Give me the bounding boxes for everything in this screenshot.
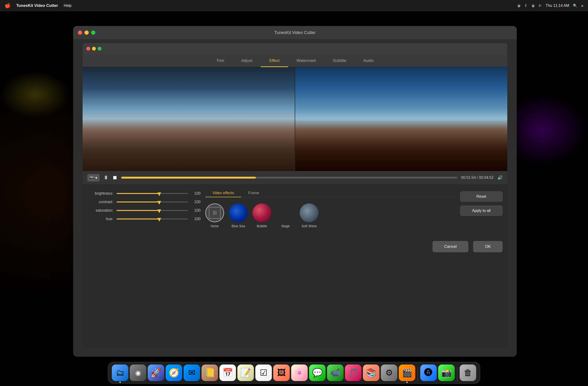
menubar-left: 🍎 TunesKit Video Cutter Help	[5, 3, 71, 8]
dock-facetime[interactable]: 📹	[327, 364, 344, 381]
appstore-icon: 🅐	[424, 368, 433, 378]
menubar-time: Thu 11:14 AM	[546, 3, 569, 8]
menubar-icon-2[interactable]: ⇧	[524, 3, 527, 8]
menubar-help[interactable]: Help	[64, 3, 71, 8]
tabs-bar: Trim Adjust Effect Watermark Subtitle Au…	[83, 54, 507, 67]
progress-bar[interactable]	[121, 177, 457, 179]
apple-menu[interactable]: 🍎	[5, 3, 11, 8]
preview-area	[83, 67, 507, 171]
effect-item-none[interactable]: ⊞ None	[205, 204, 224, 228]
effect-item-stage[interactable]: Stage	[276, 204, 295, 228]
inner-maximize-button[interactable]	[98, 47, 102, 50]
music-icon: 🎵	[348, 368, 359, 378]
stop-button[interactable]: ⏹	[112, 175, 118, 181]
tab-adjust[interactable]: Adjust	[233, 54, 261, 67]
effect-none-inner: ⊞	[209, 207, 221, 219]
hue-value: 100	[191, 217, 201, 221]
effects-panel: Video effects Frame ⊞ None	[205, 189, 455, 231]
dock-mail[interactable]: ✉	[184, 364, 200, 381]
menubar-app-name[interactable]: TunesKit Video Cutter	[16, 3, 58, 8]
window-maximize-button[interactable]	[91, 30, 95, 35]
dock-notes[interactable]: 📝	[237, 364, 254, 381]
dock-messages[interactable]: 💬	[309, 364, 326, 381]
tab-audio[interactable]: Audio	[355, 54, 382, 67]
tab-frame[interactable]: Frame	[241, 189, 266, 197]
playback-bar: 📷 ▾ ⏸ ⏹ 00:01:54 / 00:04:52 🔊	[83, 171, 507, 184]
dock-system-prefs[interactable]: ⚙	[381, 364, 397, 381]
contrast-row: contrast: 100	[87, 200, 201, 204]
menubar: 🍎 TunesKit Video Cutter Help 🖥 ⇧ 🖥 🏳 Thu…	[0, 0, 588, 11]
contrast-label: contrast:	[87, 200, 113, 204]
contrast-value: 100	[191, 200, 201, 204]
dock-calendar[interactable]: 📅	[219, 364, 236, 381]
apply-to-all-button[interactable]: Apply to all	[460, 205, 503, 216]
window-close-button[interactable]	[78, 30, 82, 35]
contrast-slider[interactable]	[117, 202, 188, 203]
dock-appstore[interactable]: 🅐	[420, 364, 437, 381]
dock-photos[interactable]: 🌸	[291, 364, 308, 381]
saturation-slider[interactable]	[117, 210, 188, 211]
dock-books[interactable]: 📚	[363, 364, 379, 381]
effect-label-soft-shine: Soft Shine	[302, 224, 317, 228]
dock-contacts[interactable]: 📒	[202, 364, 218, 381]
dock-tuneskit[interactable]: 🎬	[399, 364, 415, 381]
brightness-row: brightness: 100	[87, 191, 201, 196]
volume-icon[interactable]: 🔊	[497, 175, 503, 180]
dock-music[interactable]: 🎵	[345, 364, 361, 381]
tab-video-effects[interactable]: Video effects	[205, 189, 241, 197]
prefs-icon: ⚙	[385, 368, 393, 378]
siri-icon: ◉	[135, 369, 141, 377]
reset-button[interactable]: Reset	[460, 191, 503, 202]
finder-icon: 🗂	[116, 368, 124, 378]
effect-label-none: None	[211, 224, 218, 228]
calendar-icon: 📅	[223, 368, 233, 378]
hue-row: hue: 100	[87, 217, 201, 221]
saturation-label: saturation:	[87, 208, 113, 213]
window-minimize-button[interactable]	[84, 30, 89, 35]
cancel-button[interactable]: Cancel	[433, 241, 469, 252]
video-frame-left	[83, 67, 295, 171]
dock-finder[interactable]: 🗂	[112, 364, 128, 381]
menubar-menu-icon[interactable]: ≡	[581, 4, 583, 8]
inner-minimize-button[interactable]	[92, 47, 96, 50]
tab-watermark[interactable]: Watermark	[288, 54, 325, 67]
effect-item-blue-sea[interactable]: Blue Sea	[229, 204, 248, 228]
screenshot-button[interactable]: 📷 ▾	[87, 174, 100, 182]
tab-subtitle[interactable]: Subtitle	[324, 54, 355, 67]
dock-screenium[interactable]: 📸	[438, 364, 455, 381]
tab-effect[interactable]: Effect	[261, 54, 288, 67]
dock-safari[interactable]: 🧭	[166, 364, 182, 381]
right-buttons: Reset Apply to all	[460, 189, 503, 231]
hue-slider[interactable]	[117, 219, 188, 219]
effect-thumb-bubble	[252, 204, 271, 222]
dock-launchpad[interactable]: 🚀	[148, 364, 164, 381]
controls-area: brightness: 100 contrast: 100	[83, 184, 507, 236]
screenium-icon: 📸	[441, 368, 452, 378]
saturation-row: saturation: 100	[87, 208, 201, 213]
brightness-slider[interactable]	[117, 193, 188, 194]
hue-label: hue:	[87, 217, 113, 221]
dock-trash[interactable]: 🗑	[460, 364, 476, 381]
inner-titlebar	[83, 43, 507, 54]
effects-grid: ⊞ None Blue Sea Bubble	[205, 201, 455, 230]
pause-button[interactable]: ⏸	[103, 175, 108, 181]
dock-siri[interactable]: ◉	[130, 364, 146, 381]
ok-button[interactable]: OK	[473, 241, 503, 252]
brightness-label: brightness:	[87, 191, 113, 196]
dock-reminders[interactable]: ☑	[255, 364, 272, 381]
tab-trim[interactable]: Trim	[208, 54, 233, 67]
effect-item-bubble[interactable]: Bubble	[252, 204, 271, 228]
effect-thumb-stage	[276, 204, 295, 222]
menubar-flag[interactable]: 🏳	[538, 4, 542, 8]
dock-photos-app[interactable]: 🖼	[273, 364, 290, 381]
bg-decoration-left	[0, 71, 71, 118]
menubar-icon-1[interactable]: 🖥	[517, 4, 521, 8]
video-overlay-left	[83, 109, 295, 171]
menubar-search-icon[interactable]: 🔍	[573, 3, 577, 8]
effect-thumb-soft-shine	[300, 204, 318, 222]
inner-close-button[interactable]	[86, 47, 90, 50]
effect-item-soft-shine[interactable]: Soft Shine	[300, 204, 318, 228]
inner-controls	[86, 47, 102, 50]
time-display: 00:01:54 / 00:04:52	[461, 176, 494, 180]
menubar-icon-3[interactable]: 🖥	[531, 4, 535, 8]
